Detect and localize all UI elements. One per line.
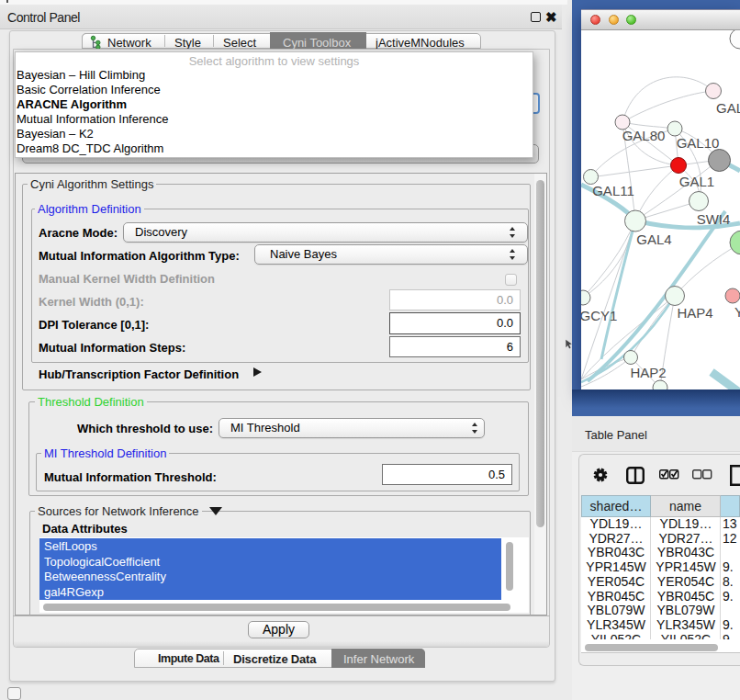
svg-text:HAP2: HAP2 [630, 365, 666, 380]
svg-text:GAL: GAL [716, 100, 740, 116]
svg-text:SWI4: SWI4 [697, 211, 731, 227]
svg-text:Y: Y [734, 304, 740, 320]
svg-text:GAL11: GAL11 [592, 183, 634, 198]
svg-text:GCY1: GCY1 [581, 308, 617, 323]
svg-text:HAP4: HAP4 [677, 305, 712, 321]
svg-text:GAL10: GAL10 [677, 135, 720, 151]
svg-text:GAL80: GAL80 [622, 128, 666, 143]
svg-text:GAL4: GAL4 [636, 231, 671, 247]
svg-text:GAL1: GAL1 [679, 174, 714, 189]
